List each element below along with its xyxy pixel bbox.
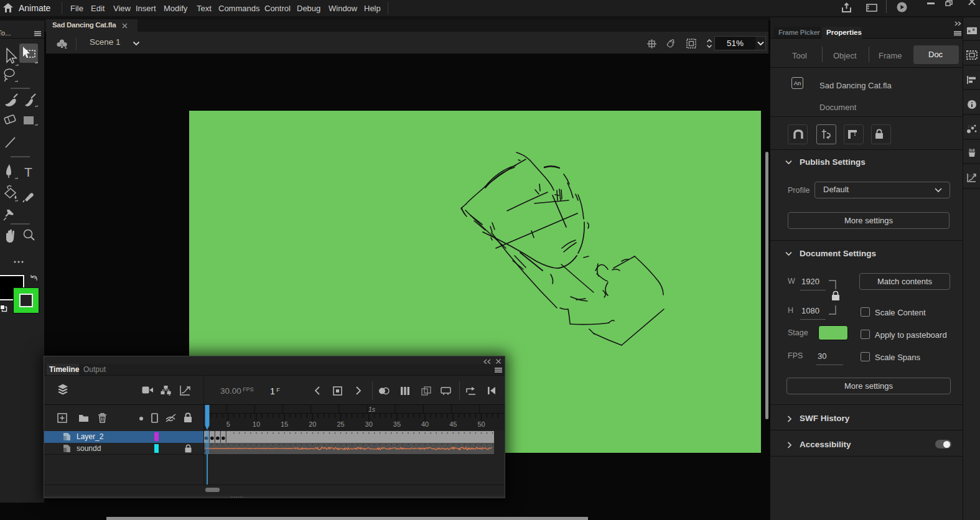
svg-text:25: 25 xyxy=(337,420,344,428)
svg-text:30: 30 xyxy=(365,420,373,428)
svg-text:5: 5 xyxy=(226,420,230,428)
svg-text:T: T xyxy=(24,165,32,179)
svg-text:40: 40 xyxy=(421,420,429,428)
svg-text:20: 20 xyxy=(309,420,316,428)
svg-text:35: 35 xyxy=(393,420,401,428)
svg-text:50: 50 xyxy=(477,420,485,428)
svg-text:10: 10 xyxy=(253,420,260,428)
svg-text:1s: 1s xyxy=(368,406,376,413)
svg-text:45: 45 xyxy=(449,420,457,428)
svg-text:15: 15 xyxy=(281,420,288,428)
